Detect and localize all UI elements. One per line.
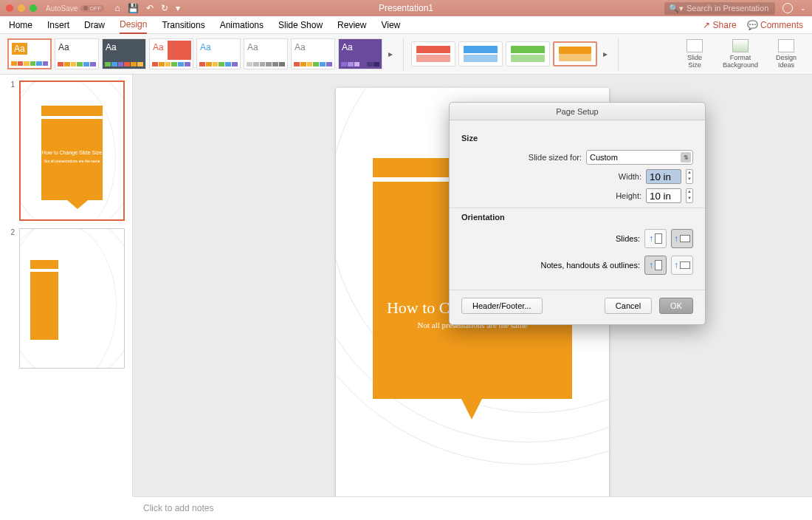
- tab-review[interactable]: Review: [337, 17, 366, 33]
- themes-more-button[interactable]: ▸: [385, 49, 396, 59]
- slide-thumbnail[interactable]: [19, 228, 125, 369]
- slide-sized-for-select[interactable]: Custom ⇅: [586, 150, 693, 165]
- size-section-label: Size: [461, 134, 693, 143]
- tab-transitions[interactable]: Transitions: [162, 17, 204, 33]
- slide-sized-for-label: Slide sized for:: [529, 153, 582, 162]
- tab-view[interactable]: View: [381, 17, 400, 33]
- window-controls: [6, 4, 37, 12]
- titlebar: AutoSave OFF ⌂ 💾 ↶ ↻ ▾ Presentation1 🔍▾ …: [0, 0, 812, 16]
- slide-number: 1: [7, 81, 15, 221]
- orientation-section-label: Orientation: [461, 213, 693, 222]
- undo-icon[interactable]: ↶: [146, 3, 154, 13]
- tab-home[interactable]: Home: [9, 17, 32, 33]
- header-footer-button[interactable]: Header/Footer...: [461, 298, 543, 314]
- account-icon[interactable]: [782, 3, 793, 13]
- variant-item[interactable]: [411, 41, 455, 66]
- theme-item[interactable]: Aa: [244, 38, 288, 69]
- chevron-updown-icon: ⇅: [681, 152, 691, 162]
- slides-portrait-button[interactable]: ↑: [644, 229, 667, 248]
- width-label: Width:: [619, 172, 641, 181]
- chevron-down-icon[interactable]: ⌄: [800, 4, 806, 12]
- divider: [618, 38, 619, 71]
- tab-insert[interactable]: Insert: [47, 17, 69, 33]
- design-ideas-button[interactable]: Design Ideas: [768, 39, 805, 69]
- notes-orientation-label: Notes, handouts & outlines:: [540, 261, 640, 270]
- slides-landscape-button[interactable]: ↑: [671, 229, 693, 248]
- redo-icon[interactable]: ↻: [161, 3, 168, 13]
- notes-portrait-button[interactable]: ↑: [644, 256, 667, 275]
- height-label: Height:: [616, 191, 641, 200]
- minimize-window-button[interactable]: [18, 4, 25, 12]
- format-background-button[interactable]: Format Background: [722, 39, 759, 69]
- save-icon[interactable]: 💾: [128, 3, 139, 13]
- variants-gallery[interactable]: ▸: [411, 41, 610, 66]
- comments-button[interactable]: 💬 Comments: [747, 17, 803, 33]
- height-input[interactable]: [646, 188, 681, 203]
- theme-item[interactable]: Aa: [7, 38, 52, 69]
- tab-slideshow[interactable]: Slide Show: [278, 17, 323, 33]
- divider: [403, 38, 404, 71]
- tab-draw[interactable]: Draw: [84, 17, 105, 33]
- slide-thumbnail[interactable]: How to Change Slide Size Not all present…: [19, 81, 125, 221]
- home-icon[interactable]: ⌂: [114, 3, 120, 13]
- close-window-button[interactable]: [6, 4, 13, 12]
- page-setup-dialog: Page Setup Size Slide sized for: Custom …: [449, 102, 706, 325]
- variant-item[interactable]: [458, 41, 503, 66]
- autosave-label: AutoSave: [46, 4, 78, 13]
- notes-pane[interactable]: Click to add notes: [133, 496, 812, 520]
- design-ribbon: Aa Aa Aa Aa Aa Aa Aa Aa ▸ ▸ Slide Size F…: [0, 34, 812, 75]
- height-stepper[interactable]: ▲▼: [686, 188, 693, 203]
- tab-animations[interactable]: Animations: [220, 17, 264, 33]
- notes-landscape-button[interactable]: ↑: [671, 256, 693, 275]
- theme-item[interactable]: Aa: [102, 38, 146, 69]
- width-stepper[interactable]: ▲▼: [686, 169, 693, 184]
- maximize-window-button[interactable]: [30, 4, 37, 12]
- slides-orientation-label: Slides:: [616, 234, 640, 243]
- variant-item[interactable]: [553, 41, 597, 66]
- theme-item[interactable]: Aa: [149, 38, 193, 69]
- ok-button[interactable]: OK: [659, 298, 693, 314]
- themes-gallery[interactable]: Aa Aa Aa Aa Aa Aa Aa Aa ▸: [7, 38, 396, 69]
- theme-item[interactable]: Aa: [55, 38, 99, 69]
- share-button[interactable]: ↗ Share: [703, 17, 736, 33]
- theme-item[interactable]: Aa: [196, 38, 241, 69]
- theme-item[interactable]: Aa: [338, 38, 382, 69]
- slide-size-button[interactable]: Slide Size: [676, 39, 713, 69]
- width-input[interactable]: [646, 169, 681, 184]
- tab-design[interactable]: Design: [120, 16, 147, 34]
- variant-item[interactable]: [506, 41, 550, 66]
- more-icon[interactable]: ▾: [176, 3, 180, 13]
- search-icon: 🔍▾: [669, 4, 684, 13]
- autosave-toggle[interactable]: AutoSave OFF: [46, 4, 104, 13]
- theme-item[interactable]: Aa: [291, 38, 335, 69]
- search-input[interactable]: 🔍▾ Search in Presentation: [664, 2, 775, 15]
- ribbon-tabs: Home Insert Draw Design Transitions Anim…: [0, 16, 812, 34]
- variants-more-button[interactable]: ▸: [600, 49, 610, 59]
- slide-thumbnails-panel: 1 How to Change Slide Size Not all prese…: [0, 75, 133, 496]
- slide-number: 2: [7, 228, 15, 369]
- cancel-button[interactable]: Cancel: [605, 298, 652, 314]
- dialog-title: Page Setup: [450, 103, 705, 120]
- document-title: Presentation1: [379, 3, 433, 13]
